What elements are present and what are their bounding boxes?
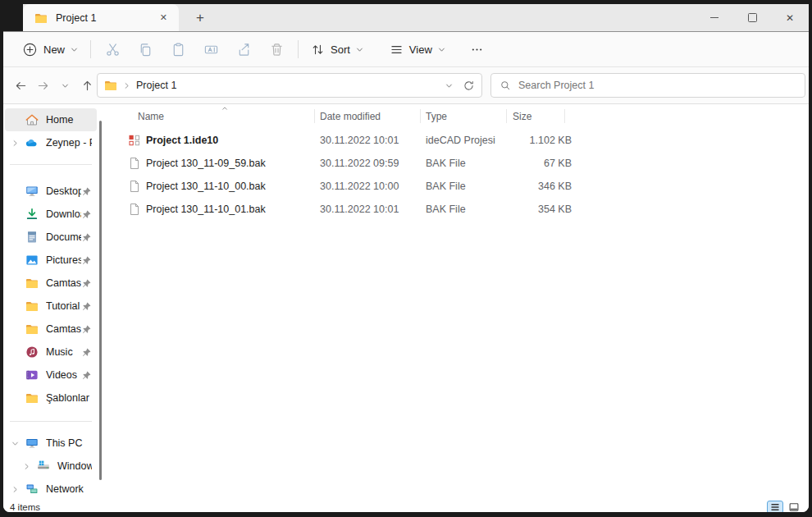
copy-button[interactable]: [129, 36, 162, 62]
sidebar-item-camtasia-stu[interactable]: Camtasia Stu: [5, 318, 97, 341]
sidebar-item-label: Network: [46, 483, 92, 495]
tab-close-icon[interactable]: ✕: [157, 11, 171, 25]
delete-button[interactable]: [260, 36, 293, 62]
file-explorer-window: Project 1 ✕ + ✕ New Sort View: [3, 4, 809, 512]
pin-icon: [81, 324, 92, 335]
sidebar-item-tutorial-sessi[interactable]: Tutorial sessi: [5, 295, 97, 318]
sidebar-item-pictures[interactable]: Pictures: [5, 249, 97, 272]
file-date-modified: 30.11.2022 10:01: [320, 204, 399, 215]
sidebar-item-label: Music: [46, 346, 81, 358]
pin-icon: [81, 186, 92, 197]
sidebar-item-label: Videos: [46, 369, 81, 381]
back-button[interactable]: [10, 73, 32, 98]
sidebar-item-label: Pictures: [46, 254, 81, 266]
chevron-down-icon[interactable]: [11, 440, 19, 447]
chevron-down-icon: [356, 46, 363, 53]
sidebar-item-label: Zeynep - Person: [46, 137, 92, 149]
maximize-button[interactable]: [733, 4, 771, 31]
plus-circle-icon: [22, 42, 38, 57]
bak-file-icon: [128, 157, 141, 170]
content-area: HomeZeynep - PersonDesktopDownloadsDocum…: [3, 104, 809, 501]
sidebar-item-label: Windows (C:): [57, 460, 92, 472]
pictures-icon: [25, 254, 39, 267]
sidebar-item-label: Home: [46, 114, 92, 126]
cut-button[interactable]: [96, 36, 129, 62]
documents-icon: [25, 231, 39, 244]
new-tab-button[interactable]: +: [189, 4, 212, 31]
rename-button[interactable]: [194, 36, 227, 62]
pin-icon: [81, 370, 92, 381]
command-bar: New Sort View: [3, 31, 809, 67]
column-divider[interactable]: [420, 109, 421, 123]
new-button[interactable]: New: [15, 36, 85, 62]
view-button[interactable]: View: [382, 36, 453, 62]
sidebar-separator: [10, 164, 92, 165]
sidebar-item-this-pc[interactable]: This PC: [5, 432, 97, 455]
column-header-type[interactable]: Type: [426, 111, 447, 122]
view-lines-icon: [390, 43, 404, 57]
status-bar: 4 items: [3, 501, 809, 512]
search-placeholder: Search Project 1: [518, 80, 594, 91]
address-row: Project 1 Search Project 1: [3, 67, 809, 104]
thumbnail-view-toggle[interactable]: [786, 501, 802, 513]
sidebar-item-camtasia-file[interactable]: Camtasia File: [5, 272, 97, 295]
sidebar-item--ablonlar[interactable]: Şablonlar: [5, 387, 97, 409]
music-icon: [25, 345, 39, 359]
forward-button[interactable]: [32, 73, 54, 98]
see-more-button[interactable]: [463, 36, 491, 62]
breadcrumb[interactable]: Project 1: [136, 80, 445, 91]
trash-icon: [269, 42, 285, 57]
share-button[interactable]: [227, 36, 260, 62]
sidebar-item-home[interactable]: Home: [5, 108, 97, 131]
file-row[interactable]: Project 1.ide1030.11.2022 10:01ideCAD Pr…: [112, 129, 809, 152]
sort-ascending-icon: [220, 103, 230, 113]
chevron-down-icon: [71, 46, 78, 53]
file-date-modified: 30.11.2022 10:01: [320, 135, 399, 146]
sidebar-scrollbar[interactable]: [99, 121, 102, 480]
sidebar-item-network[interactable]: Network: [5, 478, 97, 501]
chevron-right-icon[interactable]: [11, 140, 19, 147]
column-divider[interactable]: [314, 109, 315, 123]
sort-button-label: Sort: [331, 43, 350, 56]
home-icon: [25, 113, 39, 126]
toolbar-separator: [298, 40, 299, 58]
close-button[interactable]: ✕: [771, 4, 809, 31]
sidebar-item-downloads[interactable]: Downloads: [5, 203, 97, 226]
file-row[interactable]: Project 130_11-10_01.bak30.11.2022 10:01…: [112, 198, 809, 221]
folder-icon: [34, 11, 48, 25]
recent-locations-button[interactable]: [54, 73, 76, 98]
tab-project-1[interactable]: Project 1 ✕: [23, 4, 179, 31]
column-divider[interactable]: [506, 109, 507, 123]
column-divider[interactable]: [564, 109, 565, 123]
refresh-icon[interactable]: [463, 80, 475, 92]
address-bar[interactable]: Project 1: [97, 73, 482, 98]
paste-button[interactable]: [162, 36, 194, 62]
sidebar-item-label: Documents: [46, 231, 81, 243]
sidebar-item-zeynep-person[interactable]: Zeynep - Person: [5, 131, 97, 154]
sidebar-item-videos[interactable]: Videos: [5, 364, 97, 387]
sort-button[interactable]: Sort: [303, 36, 371, 62]
address-dropdown-icon[interactable]: [445, 82, 453, 89]
sidebar-item-label: Desktop: [46, 185, 81, 197]
file-row[interactable]: Project 130_11-09_59.bak30.11.2022 09:59…: [112, 152, 809, 175]
sidebar-item-documents[interactable]: Documents: [5, 226, 97, 249]
sidebar-item-label: Camtasia Stu: [46, 323, 81, 335]
sidebar-item-music[interactable]: Music: [5, 341, 97, 364]
column-header-size[interactable]: Size: [513, 111, 531, 122]
file-row[interactable]: Project 130_11-10_00.bak30.11.2022 10:00…: [112, 175, 809, 198]
sidebar-item-windows-c-[interactable]: Windows (C:): [5, 455, 97, 478]
up-button[interactable]: [76, 73, 98, 98]
folder-icon: [25, 323, 39, 336]
sidebar-item-desktop[interactable]: Desktop: [5, 180, 97, 203]
chevron-right-icon[interactable]: [11, 486, 19, 493]
column-header-name[interactable]: Name: [138, 111, 164, 122]
file-size: 67 KB: [489, 158, 572, 169]
title-bar: Project 1 ✕ + ✕: [3, 4, 809, 31]
details-view-toggle[interactable]: [767, 501, 783, 513]
sidebar-item-label: This PC: [46, 437, 92, 449]
column-header-row: NameDate modifiedTypeSize: [112, 104, 809, 129]
search-box[interactable]: Search Project 1: [490, 73, 805, 98]
chevron-right-icon[interactable]: [23, 463, 30, 470]
column-header-date-modified[interactable]: Date modified: [320, 111, 381, 122]
minimize-button[interactable]: [696, 4, 733, 31]
